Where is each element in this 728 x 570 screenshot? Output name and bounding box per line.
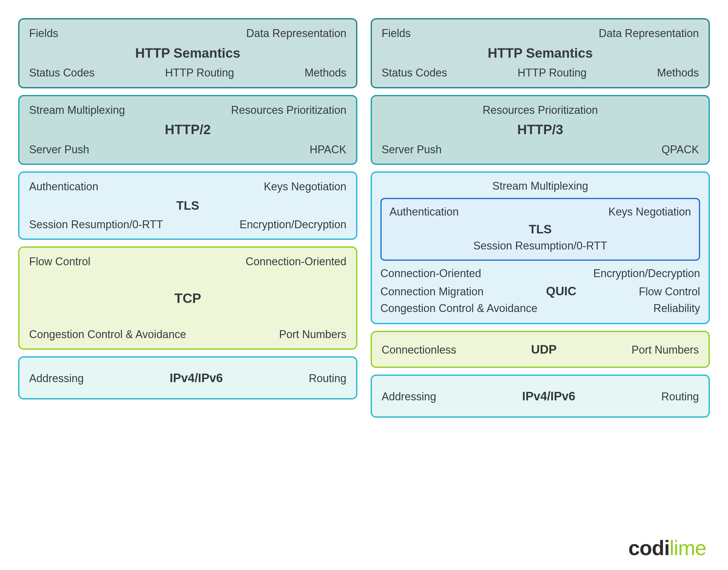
label-flow-control: Flow Control bbox=[29, 254, 90, 269]
udp-title: UDP bbox=[456, 341, 632, 357]
label-fields: Fields bbox=[382, 26, 411, 41]
tcp-title: TCP bbox=[174, 291, 201, 306]
label-fields: Fields bbox=[29, 26, 58, 41]
label-resources-prioritization: Resources Prioritization bbox=[231, 103, 346, 118]
tls-title: TLS bbox=[529, 223, 552, 236]
quic-box: Stream Multiplexing Authentication Keys … bbox=[371, 172, 710, 324]
label-resources-prioritization: Resources Prioritization bbox=[483, 103, 598, 118]
label-stream-multiplexing: Stream Multiplexing bbox=[29, 103, 125, 118]
tcp-box: Flow Control Connection-Oriented TCP Con… bbox=[18, 246, 357, 350]
label-routing: Routing bbox=[661, 389, 699, 404]
label-reliability: Reliability bbox=[653, 301, 700, 316]
label-status-codes: Status Codes bbox=[382, 65, 447, 80]
http2-title: HTTP/2 bbox=[165, 122, 211, 137]
logo-lime: lime bbox=[669, 536, 706, 559]
label-methods: Methods bbox=[304, 65, 346, 80]
label-port-numbers: Port Numbers bbox=[279, 327, 346, 342]
label-encryption-decryption: Encryption/Decryption bbox=[593, 266, 700, 281]
http2-box: Stream Multiplexing Resources Prioritiza… bbox=[18, 95, 357, 165]
ip-title: IPv4/IPv6 bbox=[436, 388, 661, 404]
http-semantics-box-right: Fields Data Representation HTTP Semantic… bbox=[371, 18, 710, 88]
label-congestion-control: Congestion Control & Avoidance bbox=[381, 301, 538, 316]
logo-codi: codi bbox=[629, 536, 670, 559]
ip-box-left: Addressing IPv4/IPv6 Routing bbox=[18, 356, 357, 399]
label-http-routing: HTTP Routing bbox=[95, 65, 304, 80]
label-encryption-decryption: Encryption/Decryption bbox=[240, 217, 346, 232]
label-connection-oriented: Connection-Oriented bbox=[381, 266, 481, 281]
ip-title: IPv4/IPv6 bbox=[84, 370, 309, 386]
label-keys-negotiation: Keys Negotiation bbox=[264, 180, 346, 194]
label-addressing: Addressing bbox=[382, 389, 436, 404]
diagram-columns: Fields Data Representation HTTP Semantic… bbox=[18, 18, 710, 417]
label-data-representation: Data Representation bbox=[246, 26, 346, 41]
label-connectionless: Connectionless bbox=[382, 343, 456, 357]
quic-title: QUIC bbox=[484, 283, 639, 299]
tls-title: TLS bbox=[176, 199, 199, 212]
label-session-resumption: Session Resumption/0-RTT bbox=[29, 217, 163, 232]
label-keys-negotiation: Keys Negotiation bbox=[609, 205, 691, 220]
http-semantics-title: HTTP Semantics bbox=[135, 45, 240, 60]
label-methods: Methods bbox=[657, 65, 699, 80]
label-authentication: Authentication bbox=[390, 205, 459, 220]
label-flow-control: Flow Control bbox=[639, 284, 700, 299]
label-hpack: HPACK bbox=[310, 142, 346, 157]
label-server-push: Server Push bbox=[382, 142, 442, 157]
right-column-http3-stack: Fields Data Representation HTTP Semantic… bbox=[371, 18, 710, 417]
codilime-logo: codilime bbox=[629, 536, 706, 560]
label-status-codes: Status Codes bbox=[29, 65, 95, 80]
label-data-representation: Data Representation bbox=[599, 26, 699, 41]
tls-box-left: Authentication Keys Negotiation TLS Sess… bbox=[18, 172, 357, 240]
tls-box-inside-quic: Authentication Keys Negotiation TLS Sess… bbox=[381, 198, 700, 261]
quic-features: Connection-Oriented Encryption/Decryptio… bbox=[381, 266, 700, 316]
label-port-numbers: Port Numbers bbox=[632, 343, 699, 357]
ip-box-right: Addressing IPv4/IPv6 Routing bbox=[371, 374, 710, 417]
label-congestion-control: Congestion Control & Avoidance bbox=[29, 327, 186, 342]
http3-title: HTTP/3 bbox=[517, 122, 563, 137]
label-routing: Routing bbox=[309, 371, 346, 386]
http-semantics-box-left: Fields Data Representation HTTP Semantic… bbox=[18, 18, 357, 88]
label-session-resumption: Session Resumption/0-RTT bbox=[473, 239, 607, 253]
label-authentication: Authentication bbox=[29, 180, 98, 194]
left-column-http2-stack: Fields Data Representation HTTP Semantic… bbox=[18, 18, 357, 417]
label-http-routing: HTTP Routing bbox=[447, 65, 657, 80]
label-connection-migration: Connection Migration bbox=[381, 284, 484, 299]
label-stream-multiplexing: Stream Multiplexing bbox=[381, 179, 700, 194]
label-qpack: QPACK bbox=[662, 142, 699, 157]
http3-box: Resources Prioritization HTTP/3 Server P… bbox=[371, 95, 710, 165]
label-addressing: Addressing bbox=[29, 371, 84, 386]
label-connection-oriented: Connection-Oriented bbox=[246, 254, 346, 269]
udp-box: Connectionless UDP Port Numbers bbox=[371, 331, 710, 368]
label-server-push: Server Push bbox=[29, 142, 89, 157]
http-semantics-title: HTTP Semantics bbox=[488, 45, 593, 60]
